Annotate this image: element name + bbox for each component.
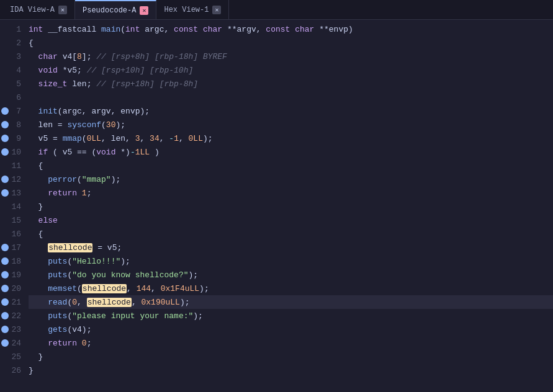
line-num-22: 22 [9, 311, 24, 321]
line-dot-19 [1, 271, 9, 278]
line-num-10: 10 [9, 148, 24, 157]
line-row-21: 21 [0, 295, 24, 309]
code-line-21: read(0, shellcode, 0x190uLL); [29, 295, 553, 309]
tab-close-hex[interactable]: ✕ [212, 6, 221, 14]
line-row-22: 22 [0, 309, 24, 323]
line-row-7: 7 [0, 104, 24, 118]
line-num-5: 5 [9, 79, 24, 89]
line-row-14: 14 [0, 200, 24, 213]
code-line-6 [29, 91, 553, 104]
line-num-8: 8 [9, 120, 24, 130]
code-line-16: { [29, 227, 553, 241]
line-num-21: 21 [9, 298, 24, 307]
line-num-24: 24 [9, 339, 24, 348]
line-dot-9 [1, 135, 9, 142]
tab-label-pseudo: Pseudocode-A [83, 6, 136, 15]
tab-close-ida[interactable]: ✕ [58, 6, 67, 14]
code-content: int __fastcall main(int argc, const char… [24, 20, 553, 392]
line-dot-20 [1, 285, 9, 292]
line-row-11: 11 [0, 159, 24, 172]
code-line-15: else [29, 213, 553, 227]
line-row-23: 23 [0, 323, 24, 336]
line-row-2: 2 [0, 36, 24, 50]
code-line-14: } [29, 200, 553, 213]
line-num-16: 16 [9, 229, 24, 239]
line-num-23: 23 [9, 325, 24, 334]
tab-hex-view-1[interactable]: Hex View-1 ✕ [156, 0, 229, 19]
code-line-8: len = sysconf(30); [29, 118, 553, 131]
code-line-9: v5 = mmap(0LL, len, 3, 34, -1, 0LL); [29, 131, 553, 145]
tab-bar: IDA View-A ✕ Pseudocode-A ✕ Hex View-1 ✕ [0, 0, 553, 20]
code-line-19: puts("do you know shellcode?"); [29, 268, 553, 282]
line-row-12: 12 [0, 172, 24, 186]
line-dot-18 [1, 257, 9, 265]
line-row-18: 18 [0, 254, 24, 268]
line-dot-8 [1, 121, 9, 128]
code-line-22: puts("please input your name:"); [29, 309, 553, 323]
line-num-17: 17 [9, 243, 24, 252]
line-row-6: 6 [0, 91, 24, 104]
line-row-15: 15 [0, 213, 24, 227]
code-line-10: if ( v5 == (void *)-1LL ) [29, 145, 553, 159]
code-line-7: init(argc, argv, envp); [29, 104, 553, 118]
line-row-5: 5 [0, 77, 24, 91]
line-row-13: 13 [0, 186, 24, 200]
code-line-11: { [29, 159, 553, 172]
tab-close-pseudo[interactable]: ✕ [140, 6, 148, 15]
line-num-4: 4 [9, 66, 24, 75]
line-numbers: 1 2 3 4 5 6 7 [0, 20, 24, 392]
line-num-15: 15 [9, 216, 24, 225]
line-dot-22 [1, 312, 9, 319]
line-dot-13 [1, 189, 9, 197]
code-line-26: } [29, 363, 553, 377]
line-dot-7 [1, 107, 9, 115]
line-num-14: 14 [9, 202, 24, 212]
line-num-12: 12 [9, 175, 24, 184]
line-num-2: 2 [9, 38, 24, 48]
line-dot-24 [1, 339, 9, 347]
code-line-1: int __fastcall main(int argc, const char… [29, 22, 553, 36]
line-num-13: 13 [9, 189, 24, 198]
code-line-2: { [29, 36, 553, 50]
line-row-26: 26 [0, 363, 24, 377]
line-dot-21 [1, 298, 9, 306]
line-num-26: 26 [9, 366, 24, 375]
tab-ida-view-a[interactable]: IDA View-A ✕ [2, 0, 75, 19]
code-line-4: void *v5; // [rsp+10h] [rbp-10h] [29, 63, 553, 77]
code-line-12: perror("mmap"); [29, 172, 553, 186]
line-row-10: 10 [0, 145, 24, 159]
line-row-17: 17 [0, 241, 24, 254]
line-num-3: 3 [9, 52, 24, 61]
code-line-20: memset(shellcode, 144, 0x1F4uLL); [29, 282, 553, 295]
code-line-25: } [29, 350, 553, 363]
line-num-7: 7 [9, 107, 24, 116]
tab-pseudocode-a[interactable]: Pseudocode-A ✕ [75, 0, 156, 19]
line-num-1: 1 [9, 25, 24, 34]
code-line-17: shellcode = v5; [29, 241, 553, 254]
line-row-9: 9 [0, 131, 24, 145]
line-num-11: 11 [9, 161, 24, 171]
line-row-3: 3 [0, 50, 24, 63]
tab-label-hex: Hex View-1 [164, 6, 209, 14]
code-line-3: char v4[8]; // [rsp+8h] [rbp-18h] BYREF [29, 50, 553, 63]
code-line-18: puts("Hello!!!"); [29, 254, 553, 268]
line-row-20: 20 [0, 282, 24, 295]
line-dot-10 [1, 148, 9, 156]
line-row-24: 24 [0, 336, 24, 350]
line-row-8: 8 [0, 118, 24, 131]
line-dot-12 [1, 176, 9, 183]
code-area: 1 2 3 4 5 6 7 [0, 20, 553, 392]
code-line-23: gets(v4); [29, 323, 553, 336]
line-num-18: 18 [9, 257, 24, 266]
line-row-19: 19 [0, 268, 24, 282]
line-num-19: 19 [9, 270, 24, 280]
tab-label-ida: IDA View-A [10, 6, 55, 14]
line-num-9: 9 [9, 134, 24, 143]
line-num-6: 6 [9, 93, 24, 102]
line-dot-23 [1, 326, 9, 333]
code-line-5: size_t len; // [rsp+18h] [rbp-8h] [29, 77, 553, 91]
code-line-24: return 0; [29, 336, 553, 350]
line-num-25: 25 [9, 352, 24, 362]
line-num-20: 20 [9, 284, 24, 293]
line-row-25: 25 [0, 350, 24, 363]
